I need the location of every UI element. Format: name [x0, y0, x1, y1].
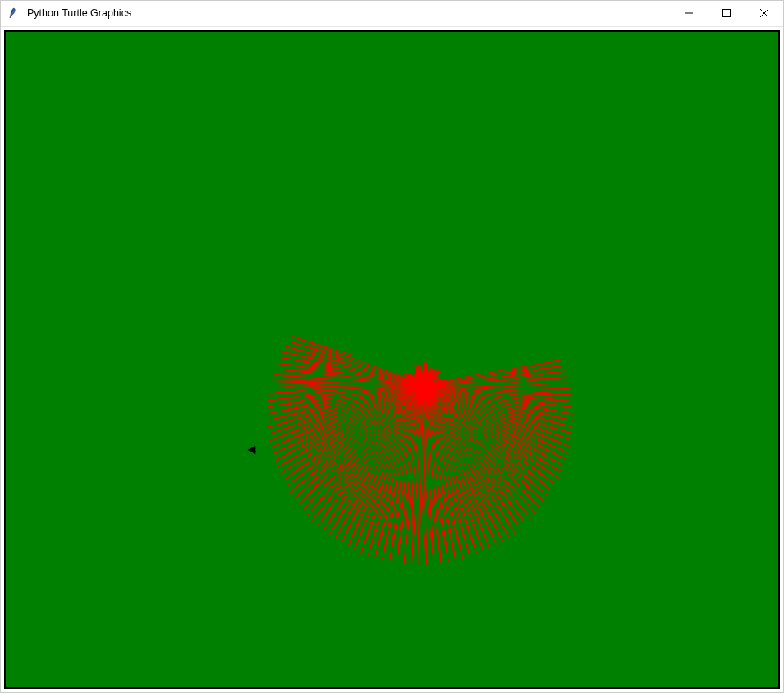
client-area [1, 27, 783, 692]
canvas-border [4, 30, 780, 689]
titlebar[interactable]: Python Turtle Graphics [1, 1, 783, 27]
window-title: Python Turtle Graphics [27, 7, 670, 19]
window-controls [670, 1, 783, 26]
minimize-button[interactable] [670, 1, 708, 26]
python-turtle-feather-icon [7, 7, 21, 20]
turtle-drawing [6, 32, 778, 687]
app-window: Python Turtle Graphics [0, 0, 784, 693]
turtle-canvas [6, 32, 778, 687]
maximize-button[interactable] [708, 1, 745, 26]
svg-rect-1 [723, 10, 731, 17]
close-button[interactable] [745, 1, 783, 26]
turtle-cursor-icon [247, 446, 255, 454]
